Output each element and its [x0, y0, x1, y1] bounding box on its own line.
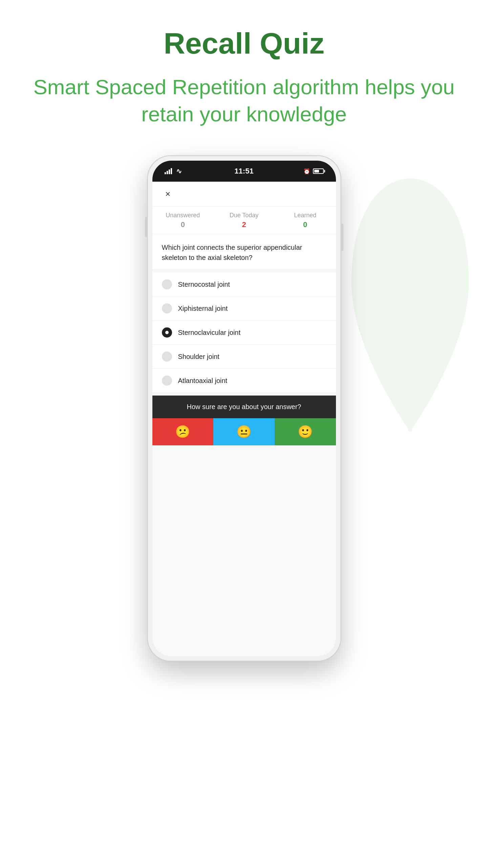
- app-topbar: ×: [152, 182, 336, 206]
- battery-icon: [313, 168, 324, 174]
- option-4[interactable]: Shoulder joint: [152, 345, 336, 369]
- confidence-sure-button[interactable]: 🙂: [275, 418, 336, 445]
- due-today-value: 2: [213, 220, 275, 229]
- alarm-icon: ⏰: [303, 168, 310, 175]
- phone-mockup: ∿ 11:51 ⏰ ×: [148, 156, 341, 661]
- page-subtitle: Smart Spaced Repetition algorithm helps …: [27, 74, 461, 128]
- unanswered-label: Unanswered: [152, 212, 214, 219]
- signal-icon: [165, 168, 172, 174]
- phone-screen: ∿ 11:51 ⏰ ×: [152, 161, 336, 656]
- learned-value: 0: [275, 220, 336, 229]
- close-icon: ×: [165, 189, 170, 198]
- status-bar: ∿ 11:51 ⏰: [152, 161, 336, 182]
- option-4-text: Shoulder joint: [178, 353, 219, 361]
- stat-due-today: Due Today 2: [213, 212, 275, 229]
- stat-unanswered: Unanswered 0: [152, 212, 214, 229]
- option-5-text: Atlantoaxial joint: [178, 377, 228, 385]
- confidence-buttons: 😕 😐 🙂: [152, 418, 336, 445]
- confidence-not-sure-button[interactable]: 😕: [152, 418, 214, 445]
- option-2-text: Xiphisternal joint: [178, 305, 228, 312]
- option-1-text: Sternocostal joint: [178, 281, 230, 288]
- stat-learned: Learned 0: [275, 212, 336, 229]
- option-3[interactable]: Sternoclavicular joint: [152, 321, 336, 345]
- question-section: Which joint connects the superior append…: [152, 234, 336, 270]
- confidence-neutral-button[interactable]: 😐: [213, 418, 275, 445]
- confidence-section: How sure are you about your answer? 😕 😐 …: [152, 396, 336, 445]
- option-5[interactable]: Atlantoaxial joint: [152, 369, 336, 393]
- radio-5: [162, 376, 172, 386]
- learned-label: Learned: [275, 212, 336, 219]
- option-3-text: Sternoclavicular joint: [178, 329, 241, 337]
- page-title: Recall Quiz: [27, 27, 461, 60]
- radio-4: [162, 351, 172, 362]
- radio-1: [162, 279, 172, 289]
- due-today-label: Due Today: [213, 212, 275, 219]
- stats-bar: Unanswered 0 Due Today 2 Learned 0: [152, 206, 336, 234]
- status-left: ∿: [165, 167, 182, 175]
- option-2[interactable]: Xiphisternal joint: [152, 297, 336, 321]
- option-1[interactable]: Sternocostal joint: [152, 272, 336, 297]
- header-section: Recall Quiz Smart Spaced Repetition algo…: [0, 27, 488, 128]
- wifi-icon: ∿: [176, 167, 182, 175]
- status-time: 11:51: [234, 167, 253, 176]
- radio-2: [162, 303, 172, 314]
- confidence-label-bar: How sure are you about your answer?: [152, 396, 336, 418]
- status-right: ⏰: [303, 168, 324, 175]
- confidence-label-text: How sure are you about your answer?: [187, 403, 301, 410]
- app-content: × Unanswered 0 Due Today 2 Learned: [152, 182, 336, 656]
- options-section: Sternocostal joint Xiphisternal joint St…: [152, 272, 336, 393]
- phone-outer-shell: ∿ 11:51 ⏰ ×: [148, 156, 341, 661]
- radio-3: [162, 327, 172, 338]
- close-button[interactable]: ×: [162, 188, 174, 200]
- question-text: Which joint connects the superior append…: [162, 242, 326, 263]
- unanswered-value: 0: [152, 220, 214, 229]
